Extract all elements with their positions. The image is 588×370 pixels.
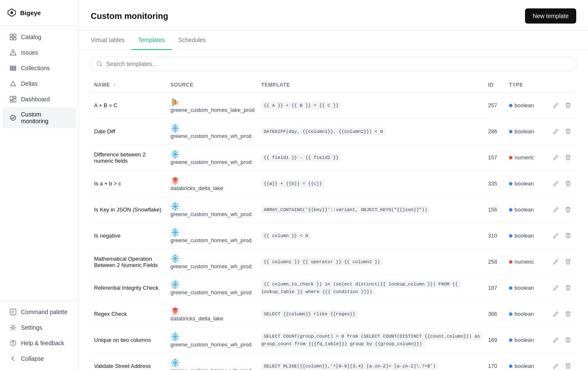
type-label: boolean: [514, 337, 534, 343]
cell-actions: [548, 119, 576, 145]
template-code: {{ column1 }} {{ operator }} {{ column2 …: [261, 258, 383, 266]
column-header-actions: [548, 78, 576, 92]
cell-source: databricks_delta_lake: [167, 301, 258, 327]
edit-button[interactable]: [551, 231, 561, 240]
cell-type: boolean: [506, 92, 548, 119]
cell-name: A + B = C: [91, 92, 167, 119]
new-template-button[interactable]: New template: [525, 8, 576, 24]
sidebar-item-dashboard[interactable]: Dashboard: [3, 92, 76, 107]
cell-name: Unique on two columns: [91, 327, 167, 353]
source-name: greene_custom_homes_wh_prod: [171, 211, 252, 217]
search-input[interactable]: [106, 61, 571, 67]
cell-id: 157: [485, 145, 506, 171]
template-code: ARRAY_CONTAINS('{{key}}'::variant, OBJEC…: [261, 206, 430, 214]
sidebar-item-custom-monitoring[interactable]: Custom monitoring: [3, 107, 76, 128]
svg-rect-21: [174, 100, 176, 105]
command-palette-icon: [9, 308, 17, 316]
template-code: DATEDIFF(day, {{column1}}, {{column2}}) …: [261, 128, 386, 135]
sidebar-item-custom-monitoring-label: Custom monitoring: [21, 111, 69, 124]
type-label: boolean: [514, 285, 534, 291]
tab-templates[interactable]: Templates: [131, 31, 172, 50]
edit-button[interactable]: [551, 335, 561, 345]
sidebar-item-collapse-label: Collapse: [21, 355, 44, 362]
logo: Bigeye: [0, 0, 79, 26]
svg-rect-2: [13, 34, 16, 37]
cell-template: {{ A }} + {{ B }} = {{ C }}: [258, 92, 485, 119]
type-label: boolean: [514, 363, 534, 369]
source-icon: [171, 98, 180, 107]
settings-icon: [9, 324, 17, 331]
delete-button[interactable]: [563, 153, 573, 162]
custom-monitoring-icon: [9, 114, 17, 122]
cell-name: Mathematical Operation Between 2 Numeric…: [91, 249, 167, 275]
cell-type: boolean: [506, 119, 548, 145]
svg-rect-15: [10, 309, 16, 315]
delete-button[interactable]: [563, 127, 573, 136]
template-code: {{a}} + {{b}} = {{c}}: [261, 180, 325, 188]
delete-button[interactable]: [563, 231, 573, 240]
edit-button[interactable]: [551, 283, 561, 293]
sidebar-item-deltas-label: Deltas: [21, 80, 38, 87]
sidebar-item-catalog[interactable]: Catalog: [3, 29, 76, 45]
cell-type: boolean: [506, 223, 548, 249]
svg-rect-8: [10, 68, 16, 69]
edit-button[interactable]: [551, 205, 561, 214]
catalog-icon: [9, 33, 17, 41]
svg-point-18: [13, 344, 13, 345]
delete-button[interactable]: [563, 361, 573, 370]
source-name: greene_custom_homes_wh_prod: [171, 367, 252, 370]
cell-id: 366: [485, 301, 506, 327]
svg-rect-10: [10, 96, 13, 100]
search-section: [79, 50, 588, 78]
svg-rect-22: [176, 101, 178, 105]
tab-virtual-tables[interactable]: Virtual tables: [91, 31, 131, 50]
sidebar-item-help-feedback[interactable]: Help & feedback: [3, 336, 76, 351]
svg-rect-20: [172, 98, 174, 106]
svg-rect-9: [10, 69, 16, 71]
sidebar-item-settings[interactable]: Settings: [3, 320, 76, 335]
edit-button[interactable]: [551, 257, 561, 267]
sidebar-item-deltas[interactable]: Deltas: [3, 76, 76, 91]
delete-button[interactable]: [563, 205, 573, 214]
sidebar-item-collections[interactable]: Collections: [3, 61, 76, 76]
edit-button[interactable]: [551, 153, 561, 162]
edit-button[interactable]: [551, 361, 561, 370]
cell-source: greene_custom_homes_wh_prod: [167, 197, 258, 223]
table-row: Date Diff greene_custom_homes_wh_prod DA…: [91, 119, 576, 145]
cell-actions: [548, 327, 576, 353]
sidebar-item-command-palette[interactable]: Command palette: [3, 304, 76, 320]
table-row: Validate Street Address greene_custom_ho…: [91, 353, 576, 370]
edit-button[interactable]: [551, 309, 561, 319]
cell-name: Is Key in JSON (Snowflake): [91, 197, 167, 223]
delete-button[interactable]: [563, 335, 573, 345]
delete-button[interactable]: [563, 257, 573, 267]
edit-button[interactable]: [551, 179, 561, 188]
delete-button[interactable]: [563, 283, 573, 293]
type-dot: [509, 260, 512, 264]
cell-name: Referential Integrity Check: [91, 275, 167, 301]
source-icon: [171, 150, 180, 159]
delete-button[interactable]: [563, 100, 573, 110]
search-box: [91, 57, 576, 71]
type-dot: [509, 286, 512, 290]
svg-point-16: [12, 327, 14, 329]
source-icon: [171, 280, 180, 289]
tab-schedules[interactable]: Schedules: [172, 31, 213, 50]
sidebar-item-issues[interactable]: Issues: [3, 45, 76, 60]
cell-template: ARRAY_CONTAINS('{{key}}'::variant, OBJEC…: [258, 197, 485, 223]
delete-button[interactable]: [563, 179, 573, 188]
edit-button[interactable]: [551, 100, 561, 110]
main-content: Custom monitoring New template Virtual t…: [79, 0, 588, 370]
column-header-name[interactable]: NAME ↑: [91, 78, 167, 92]
table-row: A + B = C greene_custom_homes_lake_prod …: [91, 92, 576, 119]
source-icon: [171, 124, 180, 133]
edit-button[interactable]: [551, 127, 561, 136]
delete-button[interactable]: [563, 309, 573, 319]
svg-rect-12: [13, 99, 16, 102]
dashboard-icon: [9, 95, 17, 103]
cell-source: greene_custom_homes_lake_prod: [167, 92, 258, 119]
sidebar-item-dashboard-label: Dashboard: [21, 96, 50, 103]
sidebar-item-collapse[interactable]: Collapse: [3, 351, 76, 366]
column-header-type: TYPE: [506, 78, 548, 92]
svg-marker-41: [172, 181, 178, 185]
